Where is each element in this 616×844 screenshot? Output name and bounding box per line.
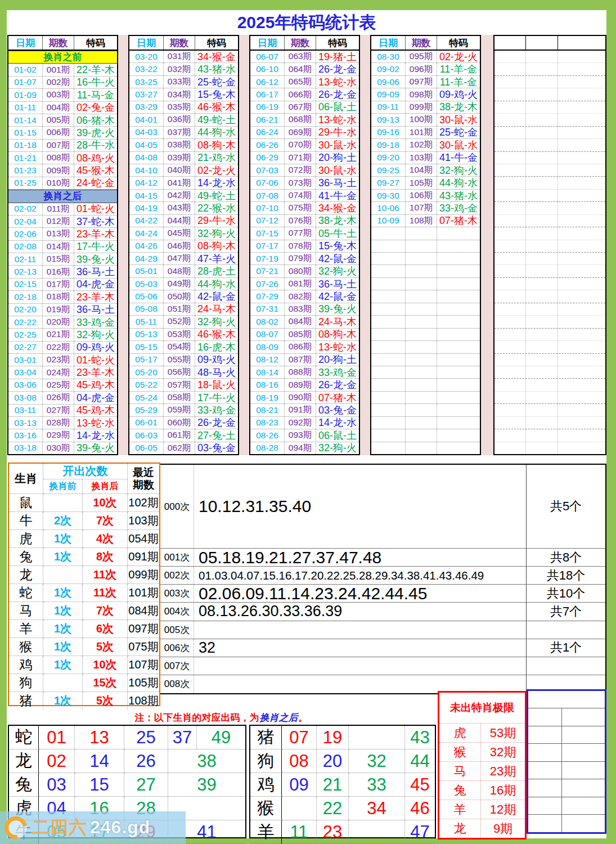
table-row: 09-13100期30-鼠-水: [371, 114, 480, 126]
zodiac-cell: 牛: [9, 512, 43, 530]
main-group-1: 日期期数特码换肖之前01-02001期22-羊-木01-07002期16-牛-火…: [7, 35, 118, 455]
date-cell: [371, 265, 406, 277]
date-cell: 07-17: [250, 240, 285, 252]
period-cell: 045期: [164, 227, 195, 239]
date-cell: 03-16: [8, 429, 43, 441]
table-row: 04-05038期08-狗-木: [129, 139, 238, 151]
code-cell: 24-蛇-金: [74, 177, 117, 189]
empty-cell: [526, 392, 558, 403]
table-row: 09-25104期32-狗-火: [371, 164, 480, 177]
note-emphasis: 换肖之后: [260, 711, 298, 724]
empty-blue-row: [528, 726, 605, 744]
empty-cell: [494, 51, 526, 62]
empty-cell: [494, 127, 526, 138]
empty-cell: [526, 316, 558, 327]
freq-numbers-cell: 05.18.19.21.27.37.47.48: [194, 549, 527, 567]
date-cell: 03-13: [8, 417, 43, 429]
code-cell: 45-鸡-木: [74, 379, 117, 391]
period-cell: 015期: [43, 253, 74, 265]
table-row: 06-01060期26-龙-金: [129, 417, 238, 429]
empty-cell: [526, 417, 558, 429]
watermark-logo-icon: [0, 812, 32, 843]
empty-cell: [558, 417, 605, 429]
column-separator: [118, 35, 128, 455]
period-cell: 018期: [43, 291, 74, 303]
empty-blue-box: [527, 689, 606, 834]
freq-label-cell: 008次: [160, 675, 194, 693]
before-count-cell: 1次: [43, 692, 83, 710]
empty-cell: [494, 442, 526, 454]
empty-row: [494, 278, 605, 290]
code-cell: 36-马-土: [316, 177, 359, 188]
freq-count-cell: 共1个: [527, 639, 605, 657]
empty-cell: [558, 379, 605, 390]
empty-row: [494, 51, 605, 63]
empty-cell: [494, 190, 526, 201]
limit-zodiac-cell: 兔: [439, 781, 481, 800]
table-row: 08-12087期20-狗-土: [250, 354, 359, 366]
before-count-cell: 1次: [43, 602, 83, 620]
period-cell: 056期: [164, 366, 195, 378]
date-cell: 01-02: [8, 64, 43, 75]
empty-cell: [526, 303, 558, 315]
empty-header-cell: [558, 36, 605, 50]
empty-cell: [562, 797, 605, 815]
table-row: 06-29071期20-狗-土: [250, 152, 359, 164]
date-cell: 02-04: [8, 216, 43, 227]
freq-numbers-cell: 10.12.31.35.40: [194, 465, 527, 549]
table-row: 03-22032期43-猪-水: [129, 63, 238, 75]
empty-grid-body: [494, 51, 605, 454]
freq-numbers-cell: 08.13.26.30.33.36.39: [194, 603, 527, 621]
empty-cell: [526, 202, 558, 214]
date-cell: 08-12: [250, 354, 285, 366]
table-row: 09-02096期11-羊-金: [371, 63, 480, 75]
table-row: 01-02001期22-羊-木: [8, 64, 117, 76]
recent-period-cell: 105期: [128, 674, 159, 692]
empty-cell: [494, 164, 526, 176]
empty-cell: [526, 341, 558, 353]
empty-cell: [558, 177, 605, 188]
code-cell: 05-牛-土: [316, 227, 359, 239]
code-cell: 30-鼠-水: [437, 114, 480, 125]
table-row: 06-19067期06-鼠-土: [250, 101, 359, 114]
empty-cell: [558, 329, 605, 340]
recent-period-cell: 097期: [128, 620, 159, 638]
empty-row: [494, 253, 605, 265]
date-cell: 08-09: [250, 341, 285, 353]
code-cell: [437, 240, 480, 252]
table-row: 07-08074期41-牛-金: [250, 190, 359, 202]
table-row: 02-02011期01-蛇-火: [8, 203, 117, 216]
empty-row: [494, 265, 605, 277]
empty-row: [494, 316, 605, 328]
freq-count-cell: 共5个: [527, 465, 605, 549]
freq-numbers-cell: 02.06.09.11.14.23.24.42.44.45: [194, 585, 527, 603]
empty-cell: [494, 114, 526, 125]
table-row: 09-09098期09-鸡-火: [371, 88, 480, 101]
stats-header-frequency: 开出次数: [43, 464, 128, 479]
code-cell: 16-虎-木: [195, 341, 238, 353]
period-cell: [406, 278, 437, 290]
date-cell: 07-10: [250, 202, 285, 214]
date-cell: 06-26: [250, 139, 285, 151]
table-row: 06-24069期29-牛-水: [250, 127, 359, 139]
table-row: 03-16029期14-龙-水: [8, 429, 117, 442]
limit-row: 虎53期: [439, 723, 525, 742]
date-cell: 05-06: [129, 290, 164, 302]
empty-header-cell: [526, 36, 558, 50]
code-cell: 07-猪-木: [316, 392, 359, 403]
zodiac-cell: 马: [9, 602, 43, 620]
table-row: 04-10040期02-龙-火: [129, 164, 238, 177]
period-cell: [406, 354, 437, 366]
date-cell: 03-01: [8, 354, 43, 366]
date-cell: 09-20: [371, 152, 406, 164]
period-cell: 087期: [285, 354, 316, 366]
code-cell: 01-蛇-火: [74, 354, 117, 366]
map-number-cell: 09: [282, 773, 317, 797]
date-cell: 08-30: [371, 51, 406, 62]
map-number-cell: [282, 797, 317, 820]
code-cell: 33-鸡-金: [195, 404, 238, 416]
empty-table-row: [371, 366, 480, 379]
period-cell: 085期: [285, 329, 316, 340]
date-cell: 02-08: [8, 241, 43, 253]
date-cell: 02-27: [8, 342, 43, 353]
